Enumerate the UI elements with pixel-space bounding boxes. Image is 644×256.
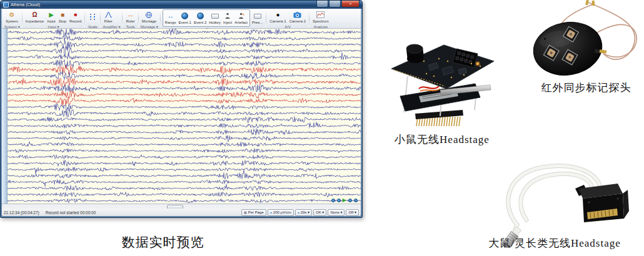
caption-ir-probe: 红外同步标记探头	[525, 81, 644, 95]
chip-label: Off ▾	[348, 210, 356, 215]
grid-icon: ▦	[244, 211, 247, 214]
scale-buttons[interactable]	[87, 9, 98, 24]
timebase-select[interactable]: ●20s ▾	[295, 209, 312, 216]
nav-prev-icon[interactable]	[337, 199, 341, 202]
filter-select[interactable]: OK ▾	[313, 209, 326, 216]
ruler-button[interactable]: ↔ Ruler	[124, 9, 136, 24]
page-mode-button[interactable]: ▦Per Page	[241, 209, 266, 216]
globe-icon	[145, 11, 153, 19]
sensitivity-button[interactable]: ●200 μV/cm	[268, 209, 294, 216]
play-icon: ▶	[49, 11, 54, 19]
collapsed-side-panel[interactable]	[2, 29, 8, 204]
dot-icon: ●	[298, 211, 299, 214]
toolbar-separator	[138, 10, 139, 27]
toolbar-group-av: ● Camera 1 Camera 2 A/V	[267, 9, 308, 28]
event2-button[interactable]: Event 2	[193, 11, 208, 26]
hotkey-button[interactable]: Hotkey	[208, 11, 222, 26]
close-button[interactable]: ✕	[341, 1, 360, 7]
app-icon	[3, 2, 9, 7]
camera2-icon	[293, 11, 301, 19]
notch-select[interactable]: None ▾	[328, 209, 345, 216]
toolbar-separator	[266, 10, 266, 27]
gear-icon: ⚙	[9, 11, 15, 19]
ribbon-toolbar: ⚙ System System ▾ Ω Impedance ▶ Input	[2, 9, 361, 29]
filter-curve-icon	[104, 11, 113, 19]
nav-play-icon[interactable]: ▶	[343, 199, 346, 202]
button-label: Impedance	[26, 19, 44, 23]
presets-button[interactable]: Pres...	[251, 11, 264, 26]
waveform-area: ▶	[2, 29, 361, 204]
chip-label: Per Page	[248, 210, 264, 215]
horizontal-scrollbar[interactable]	[2, 204, 361, 209]
chip-label: None ▾	[330, 210, 342, 215]
nav-next-icon[interactable]	[348, 199, 352, 202]
toolbar-separator	[122, 10, 123, 27]
button-label: Filter	[104, 19, 112, 23]
event2-icon	[197, 12, 204, 20]
camera2-button[interactable]: Camera 2	[288, 9, 307, 24]
status-record: Record not started 00:00:00	[46, 210, 96, 215]
chip-label: 20s ▾	[301, 210, 309, 215]
toolbar-separator	[84, 10, 85, 27]
title-bar[interactable]: Athena (Cloud) — ▢ ✕	[1, 1, 362, 9]
inject-button[interactable]: Inject	[222, 11, 233, 26]
toolbar-group-amplifier: Filter Amplifier ▾	[101, 9, 121, 28]
button-label: Camera 1	[269, 19, 286, 23]
pcb-red-wire	[419, 86, 439, 89]
button-label: Camera 2	[289, 19, 306, 23]
button-label: Montage	[142, 19, 156, 23]
filter-button[interactable]: Filter	[103, 9, 113, 24]
camera1-button[interactable]: ● Camera 1	[268, 9, 287, 24]
camera1-lens-icon: ●	[276, 11, 279, 19]
record-button[interactable]: ● Record	[68, 9, 83, 24]
stop-button[interactable]: ■ Stop	[58, 9, 68, 24]
button-label: Stop	[59, 19, 66, 23]
range-arrows-icon: ↔	[168, 12, 174, 20]
nav-first-icon[interactable]	[331, 199, 335, 202]
button-label: Hotkey	[209, 21, 221, 24]
headstage-cable	[521, 174, 592, 220]
toolbar-group-system: ⚙ System System ▾	[3, 9, 21, 28]
probe-disc	[530, 17, 606, 81]
button-label: Range	[165, 21, 176, 24]
omega-icon: Ω	[33, 11, 38, 19]
person-icon	[224, 12, 231, 20]
toolbar-group-montage: Montage Montage ▾	[139, 9, 159, 28]
status-bar: 21:12:34 (00:04:27) Record not started 0…	[2, 209, 361, 216]
nav-last-icon[interactable]	[354, 199, 358, 202]
minimize-button[interactable]: —	[316, 1, 328, 7]
pcb-capacitor	[406, 44, 423, 53]
toolbar-group-tools: ↔ Ruler Tools	[123, 9, 137, 28]
input-start-button[interactable]: ▶ Input	[46, 9, 56, 24]
rat-headstage-image	[489, 145, 644, 248]
artefact-button[interactable]: Artefact	[233, 11, 249, 26]
toolbar-separator	[100, 10, 101, 27]
waveform-canvas[interactable]	[8, 29, 361, 204]
event1-button[interactable]: Event 1	[178, 11, 193, 26]
toolbar-group-input: Ω Impedance ▶ Input ■ Stop ● Record	[23, 9, 84, 28]
ruler-icon: ↔	[128, 11, 134, 19]
button-label: Ruler	[126, 19, 134, 23]
scale-arrows-icon	[88, 13, 97, 21]
impedance-button[interactable]: Ω Impedance	[24, 9, 46, 24]
headstage-box-connector	[575, 184, 629, 222]
range-button[interactable]: ↔ Range	[164, 11, 178, 26]
off-select[interactable]: Off ▾	[346, 209, 359, 216]
pcb-pin-base	[415, 110, 463, 119]
button-label: Artefact	[234, 21, 248, 24]
ir-probe-image	[528, 0, 644, 94]
button-label: Inject	[223, 21, 232, 24]
toolbar-group-analysis: Spectrum Analysis	[310, 9, 331, 28]
montage-button[interactable]: Montage	[141, 9, 158, 24]
toolbar-separator	[309, 10, 309, 27]
maximize-button[interactable]: ▢	[329, 1, 341, 7]
spectrum-button[interactable]: Spectrum	[311, 9, 330, 24]
button-label: Event 2	[194, 21, 206, 24]
person-alert-icon	[238, 12, 244, 20]
system-button[interactable]: ⚙ System	[4, 9, 19, 24]
button-label: Pres...	[252, 21, 263, 24]
window-controls: — ▢ ✕	[316, 1, 360, 7]
view-controls: ▦Per Page ●200 μV/cm ●20s ▾ OK ▾ None ▾ …	[241, 209, 359, 216]
window-title: Athena (Cloud)	[11, 2, 316, 7]
probe-screw-hole	[582, 27, 585, 30]
